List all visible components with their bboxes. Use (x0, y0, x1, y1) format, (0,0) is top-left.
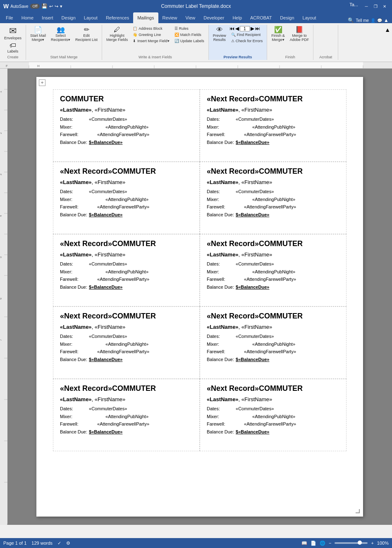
greeting-line-button[interactable]: 👋 Greeting Line (131, 32, 171, 38)
ribbon-group-write-insert: 🖊 HighlightMerge Fields 📋 Address Block … (102, 25, 209, 60)
save-icon[interactable]: 💾 (41, 3, 48, 9)
merge-adobe-label: Merge toAdobe PDF (290, 34, 309, 42)
edit-recipient-list-button[interactable]: ✏ EditRecipient List (74, 26, 99, 43)
write-insert-group-label: Write & Insert Fields (139, 55, 172, 59)
label-name: «LastName», «FirstName» (60, 251, 193, 258)
more-commands-icon[interactable]: ▾ (60, 4, 62, 9)
tab-view[interactable]: View (182, 12, 200, 23)
update-labels-button[interactable]: 🔄 Update Labels (173, 38, 206, 44)
tab-design[interactable]: Design (57, 12, 80, 23)
close-button[interactable]: ✕ (380, 2, 389, 10)
labels-button[interactable]: 🏷 Labels (2, 41, 23, 54)
acrobat-group-label: Acrobat (319, 55, 332, 59)
ribbon-group-start-mail-merge: 📄 Start MailMerge▾ 👥 SelectRecipients▾ ✏… (26, 25, 102, 60)
svg-text:4: 4 (0, 215, 2, 217)
tell-me-label[interactable]: Tell me (356, 18, 369, 23)
preview-results-button[interactable]: 👁 PreviewResults (211, 26, 228, 43)
greeting-line-label: Greeting Line (139, 33, 161, 37)
tab-file[interactable]: File (2, 12, 17, 23)
edit-recipient-icon: ✏ (84, 26, 89, 33)
insert-merge-field-button[interactable]: ⬇ Insert Merge Field▾ (131, 38, 171, 44)
ribbon-spacer (338, 25, 385, 60)
select-recipients-label: SelectRecipients▾ (51, 34, 70, 42)
finish-merge-button[interactable]: ✅ Finish &Merge▾ (270, 26, 287, 43)
label-title: COMMUTER (60, 95, 193, 103)
envelopes-label: Envelopes (4, 36, 22, 40)
insert-fields-col: 📋 Address Block 👋 Greeting Line ⬇ Insert… (131, 26, 171, 44)
start-mail-merge-button[interactable]: 📄 Start MailMerge▾ (29, 26, 48, 43)
merge-to-adobe-button[interactable]: 📕 Merge toAdobe PDF (288, 26, 311, 43)
ribbon-group-finish: ✅ Finish &Merge▾ 📕 Merge toAdobe PDF Fin… (267, 25, 313, 60)
search-icon[interactable]: 🔍 (348, 17, 354, 23)
label-details: Dates: «CommuterDates» Mixer: «Attending… (60, 188, 193, 219)
highlight-merge-fields-label: HighlightMerge Fields (106, 34, 128, 42)
label-cell: «Next Record»COMMUTER «LastName», «First… (53, 379, 200, 451)
restore-button[interactable]: ❐ (371, 2, 380, 10)
label-details: Dates: «CommuterDates» Mixer: «Attending… (207, 260, 339, 291)
svg-text:H: H (37, 64, 40, 68)
tab-developer[interactable]: Developer (199, 12, 228, 23)
label-details: Dates: «CommuterDates» Mixer: «Attending… (207, 333, 339, 364)
svg-text:F: F (6, 64, 8, 68)
ribbon-expand-icon[interactable]: ▲ (385, 26, 390, 33)
tab-mailings[interactable]: Mailings (133, 12, 158, 23)
share-icon[interactable]: 👤 (370, 18, 375, 23)
autosave-toggle[interactable]: Off (30, 4, 40, 9)
tab-help[interactable]: Help (228, 12, 246, 23)
match-fields-button[interactable]: 🔀 Match Fields (173, 32, 206, 38)
svg-text:3: 3 (0, 174, 2, 175)
tab-layout2[interactable]: Layout (299, 12, 320, 23)
find-recipient-button[interactable]: 🔍 Find Recipient (229, 32, 265, 38)
label-name: «LastName», «FirstName» (207, 396, 339, 402)
last-record-icon[interactable]: ⏭ (255, 26, 260, 31)
tab-review[interactable]: Review (158, 12, 182, 23)
tab-insert[interactable]: Insert (38, 12, 57, 23)
undo-icon[interactable]: ↩ (49, 4, 53, 9)
label-name: «LastName», «FirstName» (60, 324, 193, 330)
label-cell: «Next Record»COMMUTER «LastName», «First… (200, 379, 347, 451)
tab-layout[interactable]: Layout (80, 12, 102, 23)
write-insert-content: 🖊 HighlightMerge Fields 📋 Address Block … (105, 26, 206, 54)
label-cell: «Next Record»COMMUTER «LastName», «First… (53, 162, 200, 234)
first-record-icon[interactable]: ⏮ (229, 26, 234, 31)
label-details: Dates: «CommuterDates» Mixer: «Attending… (207, 115, 339, 146)
word-logo: W (3, 3, 9, 10)
update-labels-label: Update Labels (180, 39, 204, 43)
title-bar-left: W AutoSave Off 💾 ↩ ↪ ▾ (3, 3, 62, 10)
tab-partial: Ta... (349, 2, 358, 10)
label-name: «LastName», «FirstName» (60, 107, 193, 113)
tab-acrobat[interactable]: ACROBAT (246, 12, 276, 23)
comments-icon[interactable]: 💬 (377, 18, 382, 23)
greeting-line-icon: 👋 (133, 33, 137, 37)
tab-references[interactable]: References (102, 12, 133, 23)
tab-home[interactable]: Home (17, 12, 38, 23)
autosave-label: AutoSave (10, 4, 28, 9)
preview-results-group-label: Preview Results (223, 55, 252, 59)
next-record-icon[interactable]: ▶ (251, 26, 254, 31)
highlight-merge-fields-button[interactable]: 🖊 HighlightMerge Fields (105, 26, 129, 43)
update-labels-icon: 🔄 (174, 39, 179, 43)
rules-button[interactable]: ☰ Rules (173, 26, 206, 31)
select-recipients-button[interactable]: 👥 SelectRecipients▾ (49, 26, 72, 43)
finish-group-label: Finish (285, 55, 295, 59)
ribbon-tabs: File Home Insert Design Layout Reference… (0, 12, 392, 23)
minimize-button[interactable]: ─ (362, 2, 370, 10)
record-number-input[interactable] (240, 26, 250, 31)
check-errors-icon: ⚠ (231, 39, 234, 43)
redo-icon[interactable]: ↪ (55, 4, 58, 9)
envelopes-button[interactable]: ✉ Envelopes (2, 26, 23, 41)
tab-design2[interactable]: Design (276, 12, 298, 23)
edit-recipient-label: EditRecipient List (75, 34, 98, 42)
label-cell: «Next Record»COMMUTER «LastName», «First… (200, 89, 347, 162)
address-block-button[interactable]: 📋 Address Block (131, 26, 171, 31)
rules-col: ☰ Rules 🔀 Match Fields 🔄 Update Labels (173, 26, 206, 44)
ribbon-expand[interactable]: ▲ (385, 25, 392, 60)
check-for-errors-button[interactable]: ⚠ Check for Errors (229, 38, 265, 44)
label-name: «LastName», «FirstName» (207, 324, 339, 330)
prev-record-icon[interactable]: ◀ (235, 26, 239, 31)
labels-label: Labels (7, 49, 19, 53)
vertical-ruler-svg: 1 2 3 4 5 6 7 (0, 69, 7, 524)
page-add-button[interactable]: + (39, 79, 45, 86)
create-group-label: Create (7, 55, 19, 59)
ribbon-collapse-icon[interactable]: ▲ (384, 17, 389, 23)
